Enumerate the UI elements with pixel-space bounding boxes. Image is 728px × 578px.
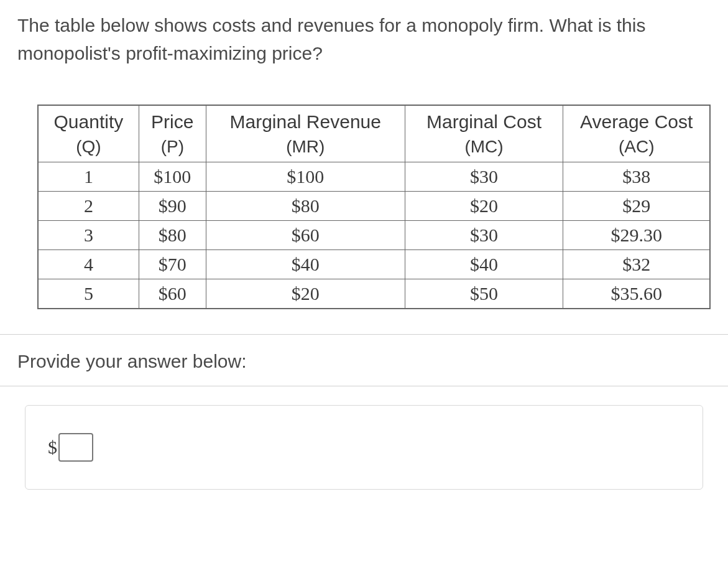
cell-ac: $38 bbox=[563, 162, 710, 192]
data-table: Quantity (Q) Price (P) Marginal Revenue … bbox=[37, 105, 711, 309]
cell-mr: $20 bbox=[206, 279, 405, 309]
header-quantity: Quantity (Q) bbox=[38, 105, 139, 162]
cell-quantity: 3 bbox=[38, 221, 139, 250]
currency-symbol: $ bbox=[48, 437, 57, 458]
cell-ac: $29.30 bbox=[563, 221, 710, 250]
answer-input[interactable] bbox=[58, 433, 93, 462]
answer-prompt-label: Provide your answer below: bbox=[0, 335, 728, 386]
cell-mc: $30 bbox=[405, 221, 563, 250]
header-title: Quantity bbox=[54, 111, 124, 132]
cell-mr: $40 bbox=[206, 250, 405, 279]
cell-quantity: 5 bbox=[38, 279, 139, 309]
table-wrapper: Quantity (Q) Price (P) Marginal Revenue … bbox=[0, 67, 728, 334]
cell-price: $60 bbox=[139, 279, 206, 309]
table-header-row: Quantity (Q) Price (P) Marginal Revenue … bbox=[38, 105, 710, 162]
table-row: 1 $100 $100 $30 $38 bbox=[38, 162, 710, 192]
cell-price: $100 bbox=[139, 162, 206, 192]
cell-quantity: 2 bbox=[38, 192, 139, 221]
cell-mc: $20 bbox=[405, 192, 563, 221]
cell-mr: $60 bbox=[206, 221, 405, 250]
cell-ac: $29 bbox=[563, 192, 710, 221]
header-price: Price (P) bbox=[139, 105, 206, 162]
cell-price: $80 bbox=[139, 221, 206, 250]
question-text: The table below shows costs and revenues… bbox=[0, 0, 728, 67]
header-average-cost: Average Cost (AC) bbox=[563, 105, 710, 162]
header-abbr: (MR) bbox=[211, 135, 400, 159]
cell-mr: $80 bbox=[206, 192, 405, 221]
header-title: Marginal Revenue bbox=[229, 111, 380, 132]
cell-mc: $50 bbox=[405, 279, 563, 309]
header-abbr: (Q) bbox=[44, 135, 134, 159]
answer-area: $ bbox=[25, 405, 703, 490]
table-row: 4 $70 $40 $40 $32 bbox=[38, 250, 710, 279]
header-abbr: (MC) bbox=[410, 135, 558, 159]
header-abbr: (P) bbox=[144, 135, 201, 159]
cell-ac: $32 bbox=[563, 250, 710, 279]
header-title: Average Cost bbox=[580, 111, 693, 132]
cell-price: $90 bbox=[139, 192, 206, 221]
table-row: 5 $60 $20 $50 $35.60 bbox=[38, 279, 710, 309]
cell-mr: $100 bbox=[206, 162, 405, 192]
cell-ac: $35.60 bbox=[563, 279, 710, 309]
cell-mc: $40 bbox=[405, 250, 563, 279]
table-row: 2 $90 $80 $20 $29 bbox=[38, 192, 710, 221]
cell-mc: $30 bbox=[405, 162, 563, 192]
table-row: 3 $80 $60 $30 $29.30 bbox=[38, 221, 710, 250]
divider bbox=[0, 386, 728, 386]
header-abbr: (AC) bbox=[568, 135, 704, 159]
header-marginal-cost: Marginal Cost (MC) bbox=[405, 105, 563, 162]
cell-quantity: 4 bbox=[38, 250, 139, 279]
cell-quantity: 1 bbox=[38, 162, 139, 192]
header-marginal-revenue: Marginal Revenue (MR) bbox=[206, 105, 405, 162]
answer-row: $ bbox=[48, 433, 680, 462]
header-title: Marginal Cost bbox=[426, 111, 541, 132]
cell-price: $70 bbox=[139, 250, 206, 279]
header-title: Price bbox=[151, 111, 193, 132]
